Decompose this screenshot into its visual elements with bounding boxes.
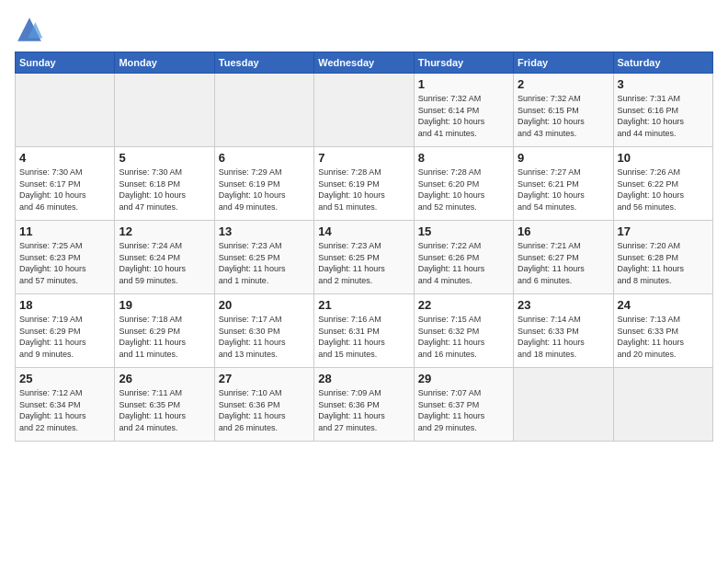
calendar-week-row: 25Sunrise: 7:12 AM Sunset: 6:34 PM Dayli…: [16, 368, 713, 442]
calendar-day-cell: [214, 74, 313, 147]
calendar-day-cell: 1Sunrise: 7:32 AM Sunset: 6:14 PM Daylig…: [414, 74, 513, 147]
day-number: 19: [119, 298, 210, 312]
day-number: 27: [219, 372, 310, 385]
calendar-day-cell: 28Sunrise: 7:09 AM Sunset: 6:36 PM Dayli…: [314, 368, 414, 442]
day-info: Sunrise: 7:12 AM Sunset: 6:34 PM Dayligh…: [19, 387, 110, 433]
day-number: 13: [219, 224, 310, 238]
day-info: Sunrise: 7:32 AM Sunset: 6:14 PM Dayligh…: [418, 93, 509, 139]
calendar-day-cell: 25Sunrise: 7:12 AM Sunset: 6:34 PM Dayli…: [16, 368, 115, 442]
calendar-day-cell: 24Sunrise: 7:13 AM Sunset: 6:33 PM Dayli…: [613, 294, 712, 368]
calendar-week-row: 11Sunrise: 7:25 AM Sunset: 6:23 PM Dayli…: [16, 221, 713, 294]
calendar-day-cell: 6Sunrise: 7:29 AM Sunset: 6:19 PM Daylig…: [214, 147, 313, 221]
day-number: 10: [618, 151, 709, 165]
calendar-table: SundayMondayTuesdayWednesdayThursdayFrid…: [15, 52, 713, 442]
day-info: Sunrise: 7:13 AM Sunset: 6:33 PM Dayligh…: [618, 314, 709, 360]
calendar-day-cell: 14Sunrise: 7:23 AM Sunset: 6:25 PM Dayli…: [314, 221, 414, 294]
day-info: Sunrise: 7:26 AM Sunset: 6:22 PM Dayligh…: [618, 167, 709, 213]
calendar-day-cell: 19Sunrise: 7:18 AM Sunset: 6:29 PM Dayli…: [115, 294, 214, 368]
day-info: Sunrise: 7:23 AM Sunset: 6:25 PM Dayligh…: [219, 240, 310, 286]
day-info: Sunrise: 7:23 AM Sunset: 6:25 PM Dayligh…: [318, 240, 409, 286]
calendar-day-cell: 12Sunrise: 7:24 AM Sunset: 6:24 PM Dayli…: [115, 221, 214, 294]
calendar-day-cell: 3Sunrise: 7:31 AM Sunset: 6:16 PM Daylig…: [613, 74, 712, 147]
calendar-day-cell: 29Sunrise: 7:07 AM Sunset: 6:37 PM Dayli…: [414, 368, 513, 442]
weekday-header-cell: Wednesday: [314, 52, 414, 74]
day-info: Sunrise: 7:14 AM Sunset: 6:33 PM Dayligh…: [518, 314, 609, 360]
calendar-day-cell: 7Sunrise: 7:28 AM Sunset: 6:19 PM Daylig…: [314, 147, 414, 221]
calendar-day-cell: 22Sunrise: 7:15 AM Sunset: 6:32 PM Dayli…: [414, 294, 513, 368]
weekday-header-row: SundayMondayTuesdayWednesdayThursdayFrid…: [16, 52, 713, 74]
day-number: 2: [518, 77, 609, 91]
day-info: Sunrise: 7:25 AM Sunset: 6:23 PM Dayligh…: [19, 240, 110, 286]
day-number: 14: [318, 224, 409, 238]
weekday-header-cell: Friday: [514, 52, 613, 74]
calendar-day-cell: 26Sunrise: 7:11 AM Sunset: 6:35 PM Dayli…: [115, 368, 214, 442]
day-number: 26: [119, 372, 210, 385]
day-number: 5: [119, 151, 210, 165]
calendar-day-cell: 2Sunrise: 7:32 AM Sunset: 6:15 PM Daylig…: [514, 74, 613, 147]
day-number: 21: [318, 298, 409, 312]
weekday-header-cell: Tuesday: [214, 52, 313, 74]
day-info: Sunrise: 7:15 AM Sunset: 6:32 PM Dayligh…: [418, 314, 509, 360]
day-number: 29: [418, 372, 509, 385]
day-number: 22: [418, 298, 509, 312]
calendar-day-cell: 17Sunrise: 7:20 AM Sunset: 6:28 PM Dayli…: [613, 221, 712, 294]
day-number: 9: [518, 151, 609, 165]
day-number: 8: [418, 151, 509, 165]
day-number: 7: [318, 151, 409, 165]
day-info: Sunrise: 7:09 AM Sunset: 6:36 PM Dayligh…: [318, 387, 409, 433]
day-number: 16: [518, 224, 609, 238]
day-number: 15: [418, 224, 509, 238]
day-info: Sunrise: 7:07 AM Sunset: 6:37 PM Dayligh…: [418, 387, 509, 433]
day-number: 20: [219, 298, 310, 312]
calendar-day-cell: 21Sunrise: 7:16 AM Sunset: 6:31 PM Dayli…: [314, 294, 414, 368]
day-number: 18: [19, 298, 110, 312]
day-info: Sunrise: 7:30 AM Sunset: 6:17 PM Dayligh…: [19, 167, 110, 213]
calendar-week-row: 18Sunrise: 7:19 AM Sunset: 6:29 PM Dayli…: [16, 294, 713, 368]
calendar-day-cell: 13Sunrise: 7:23 AM Sunset: 6:25 PM Dayli…: [214, 221, 313, 294]
day-number: 23: [518, 298, 609, 312]
calendar-day-cell: 27Sunrise: 7:10 AM Sunset: 6:36 PM Dayli…: [214, 368, 313, 442]
calendar-day-cell: 9Sunrise: 7:27 AM Sunset: 6:21 PM Daylig…: [514, 147, 613, 221]
calendar-day-cell: 11Sunrise: 7:25 AM Sunset: 6:23 PM Dayli…: [16, 221, 115, 294]
day-number: 3: [618, 77, 709, 91]
day-number: 12: [119, 224, 210, 238]
day-info: Sunrise: 7:31 AM Sunset: 6:16 PM Dayligh…: [618, 93, 709, 139]
calendar-day-cell: 8Sunrise: 7:28 AM Sunset: 6:20 PM Daylig…: [414, 147, 513, 221]
day-number: 11: [19, 224, 110, 238]
logo-icon: [15, 15, 44, 44]
calendar-body: 1Sunrise: 7:32 AM Sunset: 6:14 PM Daylig…: [16, 74, 713, 442]
day-info: Sunrise: 7:22 AM Sunset: 6:26 PM Dayligh…: [418, 240, 509, 286]
weekday-header-cell: Saturday: [613, 52, 712, 74]
day-info: Sunrise: 7:24 AM Sunset: 6:24 PM Dayligh…: [119, 240, 210, 286]
day-number: 17: [618, 224, 709, 238]
day-info: Sunrise: 7:29 AM Sunset: 6:19 PM Dayligh…: [219, 167, 310, 213]
calendar-day-cell: 20Sunrise: 7:17 AM Sunset: 6:30 PM Dayli…: [214, 294, 313, 368]
page-header: [15, 15, 713, 44]
day-info: Sunrise: 7:30 AM Sunset: 6:18 PM Dayligh…: [119, 167, 210, 213]
day-number: 4: [19, 151, 110, 165]
calendar-day-cell: [514, 368, 613, 442]
day-info: Sunrise: 7:16 AM Sunset: 6:31 PM Dayligh…: [318, 314, 409, 360]
calendar-day-cell: 5Sunrise: 7:30 AM Sunset: 6:18 PM Daylig…: [115, 147, 214, 221]
calendar-day-cell: 16Sunrise: 7:21 AM Sunset: 6:27 PM Dayli…: [514, 221, 613, 294]
day-info: Sunrise: 7:28 AM Sunset: 6:20 PM Dayligh…: [418, 167, 509, 213]
calendar-day-cell: 10Sunrise: 7:26 AM Sunset: 6:22 PM Dayli…: [613, 147, 712, 221]
day-info: Sunrise: 7:18 AM Sunset: 6:29 PM Dayligh…: [119, 314, 210, 360]
day-info: Sunrise: 7:32 AM Sunset: 6:15 PM Dayligh…: [518, 93, 609, 139]
weekday-header-cell: Monday: [115, 52, 214, 74]
day-info: Sunrise: 7:27 AM Sunset: 6:21 PM Dayligh…: [518, 167, 609, 213]
day-info: Sunrise: 7:21 AM Sunset: 6:27 PM Dayligh…: [518, 240, 609, 286]
calendar-day-cell: [314, 74, 414, 147]
day-info: Sunrise: 7:11 AM Sunset: 6:35 PM Dayligh…: [119, 387, 210, 433]
day-info: Sunrise: 7:19 AM Sunset: 6:29 PM Dayligh…: [19, 314, 110, 360]
weekday-header-cell: Thursday: [414, 52, 513, 74]
calendar-day-cell: 4Sunrise: 7:30 AM Sunset: 6:17 PM Daylig…: [16, 147, 115, 221]
day-info: Sunrise: 7:20 AM Sunset: 6:28 PM Dayligh…: [618, 240, 709, 286]
calendar-day-cell: 23Sunrise: 7:14 AM Sunset: 6:33 PM Dayli…: [514, 294, 613, 368]
calendar-week-row: 1Sunrise: 7:32 AM Sunset: 6:14 PM Daylig…: [16, 74, 713, 147]
day-number: 25: [19, 372, 110, 385]
calendar-day-cell: [613, 368, 712, 442]
calendar-week-row: 4Sunrise: 7:30 AM Sunset: 6:17 PM Daylig…: [16, 147, 713, 221]
day-info: Sunrise: 7:10 AM Sunset: 6:36 PM Dayligh…: [219, 387, 310, 433]
day-number: 28: [318, 372, 409, 385]
